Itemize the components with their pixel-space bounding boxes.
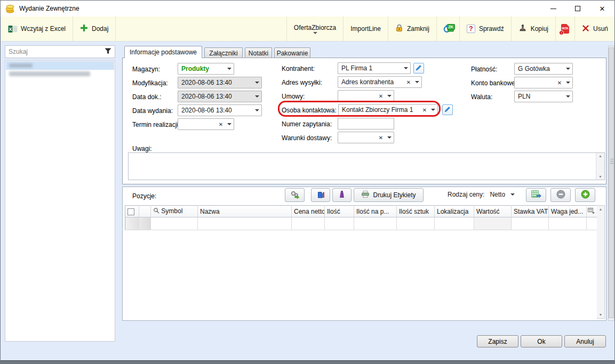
- row-header-cell[interactable]: [125, 217, 139, 230]
- cell-symbol[interactable]: [151, 217, 198, 230]
- combo-arrow-icon[interactable]: [564, 82, 572, 84]
- select-all-checkbox[interactable]: [127, 208, 134, 215]
- cell-lokalizacja[interactable]: [435, 217, 474, 230]
- clear-icon[interactable]: ✕: [377, 93, 385, 99]
- tab-pakowanie[interactable]: Pakowanie: [274, 47, 310, 58]
- table-scrollbar[interactable]: ▲ ▼: [597, 205, 605, 319]
- check-button[interactable]: ? Sprawdź: [459, 17, 511, 41]
- combo-arrow-icon[interactable]: [564, 68, 572, 70]
- cell-ilosc-sztuk[interactable]: [397, 217, 435, 230]
- remove-row-button[interactable]: [550, 188, 571, 202]
- edit-kontrahent-button[interactable]: [413, 63, 424, 74]
- clear-icon[interactable]: ✕: [217, 122, 225, 127]
- column-header-lokalizacja[interactable]: Lokalizacja: [435, 206, 474, 217]
- generate-items-button[interactable]: [285, 188, 305, 202]
- combo-arrow-icon[interactable]: [413, 81, 421, 83]
- price-type-select[interactable]: Rodzaj ceny: Netto: [448, 191, 515, 198]
- oferta-zbiorcza-button[interactable]: OfertaZbiorcza: [286, 17, 343, 41]
- cell-ilosc-na-p[interactable]: [354, 217, 397, 230]
- combo-arrow-icon[interactable]: [225, 68, 234, 70]
- column-header-stawka-vat[interactable]: Stawka VAT: [512, 206, 549, 217]
- load-excel-button[interactable]: X Wczytaj z Excel: [1, 17, 73, 41]
- weight-button[interactable]: [332, 188, 352, 202]
- table-row[interactable]: [125, 217, 597, 230]
- warunki-combo[interactable]: ✕: [338, 132, 394, 143]
- clear-icon[interactable]: ✕: [555, 80, 564, 86]
- tab-informacje-podstawowe[interactable]: Informacje podstawowe: [124, 46, 202, 58]
- combo-arrow-icon[interactable]: [253, 82, 261, 84]
- column-header-wartosc[interactable]: Wartość: [474, 206, 512, 217]
- edit-osoba-button[interactable]: [442, 104, 453, 115]
- adres-combo[interactable]: Adres kontrahenta ✕: [338, 76, 422, 88]
- clear-icon[interactable]: ✕: [420, 107, 429, 113]
- umowy-combo[interactable]: ✕: [338, 90, 394, 102]
- column-header-waga-jed[interactable]: Waga jed...: [549, 206, 587, 217]
- cancel-button[interactable]: Anuluj: [564, 335, 606, 347]
- cell-waga-jed[interactable]: [549, 217, 587, 230]
- copy-button[interactable]: Kopiuj: [511, 17, 555, 41]
- tab-zalaczniki[interactable]: Załączniki: [204, 47, 243, 58]
- column-header-ilosc-sztuk[interactable]: Ilość sztuk: [397, 206, 435, 217]
- select-all-header[interactable]: [125, 206, 139, 217]
- fill-quantity-button[interactable]: [311, 188, 330, 202]
- add-button[interactable]: Dodaj: [73, 17, 116, 41]
- scroll-down-icon[interactable]: ▼: [598, 175, 602, 179]
- clear-icon[interactable]: ✕: [377, 135, 385, 141]
- osoba-combo[interactable]: Kontakt Zbiorczy Firma 1 ✕: [338, 104, 438, 116]
- cell-stawka-vat[interactable]: [512, 217, 549, 230]
- close-document-button[interactable]: Zamknij: [388, 17, 436, 41]
- print-labels-button[interactable]: Drukuj Etykiety: [354, 188, 424, 202]
- combo-arrow-icon[interactable]: [564, 95, 572, 98]
- excel-export-button[interactable]: [526, 188, 546, 202]
- add-row-button[interactable]: [575, 188, 595, 202]
- import-line-button[interactable]: ImportLine: [343, 17, 388, 41]
- combo-arrow-icon[interactable]: [385, 95, 394, 97]
- uwagi-textarea[interactable]: ▲ ▼: [128, 152, 605, 180]
- tab-notatki[interactable]: Notatki: [245, 47, 272, 58]
- combo-arrow-icon[interactable]: [402, 67, 410, 69]
- minimize-button[interactable]: [541, 1, 565, 17]
- ok-button[interactable]: Ok: [521, 335, 562, 347]
- scroll-up-icon[interactable]: ▲: [599, 207, 603, 211]
- column-header-cena-netto[interactable]: Cena netto: [292, 206, 325, 217]
- modyfikacja-combo[interactable]: 2020-08-06 13:40: [178, 77, 262, 88]
- combo-arrow-icon[interactable]: [385, 136, 394, 139]
- delete-button[interactable]: Usuń: [574, 17, 615, 41]
- column-header-ilosc[interactable]: Ilość: [325, 206, 354, 217]
- magazyn-combo[interactable]: Produkty: [178, 63, 234, 75]
- clear-icon[interactable]: ✕: [404, 79, 413, 85]
- scroll-up-icon[interactable]: ▲: [598, 154, 602, 158]
- document-list[interactable]: [5, 60, 115, 342]
- data-dok-combo[interactable]: 2020-08-06 13:40: [178, 91, 262, 102]
- cell-ilosc[interactable]: [325, 217, 354, 230]
- list-item-selected[interactable]: [6, 61, 114, 70]
- uwagi-scrollbar[interactable]: ▲ ▼: [596, 153, 604, 180]
- close-button[interactable]: ✕: [590, 1, 614, 17]
- combo-arrow-icon[interactable]: [253, 109, 261, 111]
- wzk-button[interactable]: WZK !: [555, 17, 574, 41]
- termin-combo[interactable]: ✕: [178, 118, 234, 130]
- row-indicator-cell[interactable]: [139, 217, 151, 230]
- data-wydania-combo[interactable]: 2020-08-06 13:40: [178, 104, 262, 116]
- konto-combo[interactable]: ✕: [514, 77, 573, 88]
- combo-arrow-icon[interactable]: [510, 193, 515, 196]
- search-input[interactable]: [9, 48, 105, 55]
- kontrahent-combo[interactable]: PL Firma 1: [338, 62, 411, 74]
- filter-icon[interactable]: [105, 48, 111, 56]
- save-button[interactable]: Zapisz: [477, 335, 518, 347]
- numer-zapytania-input[interactable]: [338, 118, 394, 130]
- zk-sync-button[interactable]: ZK: [436, 17, 459, 41]
- platnosc-combo[interactable]: G Gotówka: [514, 63, 573, 75]
- scrollbar-thumb[interactable]: [609, 47, 614, 318]
- column-header-nazwa[interactable]: Nazwa: [198, 206, 292, 217]
- cell-nazwa[interactable]: [198, 217, 292, 230]
- combo-arrow-icon[interactable]: [253, 95, 261, 98]
- cell-cena-netto[interactable]: [292, 217, 325, 230]
- combo-arrow-icon[interactable]: [429, 109, 437, 111]
- column-header-symbol[interactable]: Symbol: [151, 206, 198, 217]
- column-chooser-button[interactable]: [587, 206, 597, 217]
- content-scrollbar[interactable]: [608, 46, 614, 321]
- scroll-down-icon[interactable]: ▼: [599, 313, 603, 317]
- maximize-button[interactable]: [565, 1, 590, 17]
- column-header-ilosc-na-p[interactable]: Ilość na p...: [354, 206, 397, 217]
